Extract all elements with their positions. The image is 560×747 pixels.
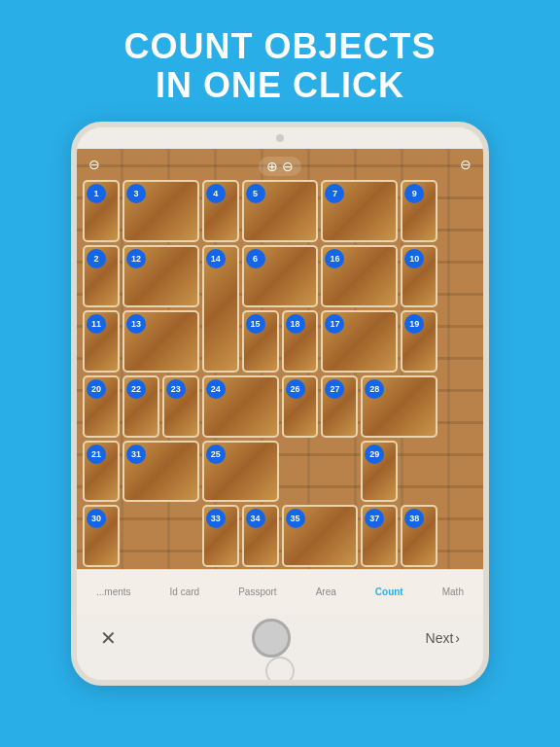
card-17: 17 — [321, 310, 398, 373]
tab-count[interactable]: Count — [369, 583, 409, 601]
card-12: 12 — [122, 245, 199, 307]
tablet-bottom-bar: ✕ Next › — [77, 614, 483, 662]
card-32 — [162, 505, 199, 567]
tablet-camera — [276, 134, 284, 142]
header-line2: IN ONE CLICK — [123, 66, 436, 105]
bottom-tabs: ...ments Id card Passport Area Count Mat… — [77, 569, 483, 614]
zoom-left-control[interactable]: ⊖ — [88, 157, 100, 172]
card-38x — [440, 505, 477, 567]
card-9: 9 — [401, 180, 438, 242]
next-label: Next — [426, 630, 454, 646]
card-22: 22 — [122, 375, 159, 438]
card-38: 38 — [401, 505, 438, 567]
screen: ⊖ ⊕ ⊖ ⊖ 1 3 4 5 7 8 9 2 12 14 6 16 10 11 — [77, 149, 483, 614]
card-18: 18 — [282, 310, 319, 373]
card-10x — [440, 245, 477, 307]
card-25: 25 — [202, 441, 279, 503]
card-11: 11 — [83, 310, 120, 373]
zoom-center-controls[interactable]: ⊕ ⊖ — [259, 157, 301, 176]
tab-passport[interactable]: Passport — [232, 583, 282, 601]
card-15: 15 — [242, 310, 279, 373]
tab-math[interactable]: Math — [437, 583, 470, 601]
card-26b — [282, 441, 319, 503]
home-indicator — [77, 662, 483, 680]
card-4b: 4 — [202, 180, 239, 242]
card-27b — [321, 441, 358, 503]
card-10: 10 — [401, 245, 438, 307]
card-13: 13 — [122, 310, 199, 373]
home-button[interactable] — [265, 657, 295, 686]
card-33: 33 — [202, 505, 239, 567]
card-28x — [440, 375, 477, 438]
card-14: 14 — [202, 245, 239, 373]
zoom-right-control[interactable]: ⊖ — [460, 157, 472, 172]
card-29y — [440, 441, 477, 503]
tablet-frame: ⊖ ⊕ ⊖ ⊖ 1 3 4 5 7 8 9 2 12 14 6 16 10 11 — [71, 122, 489, 686]
card-3-4: 3 — [122, 180, 199, 242]
zoom-minus-icon[interactable]: ⊖ — [282, 159, 294, 174]
next-button[interactable]: Next › — [426, 630, 460, 646]
cards-grid: 1 3 4 5 7 8 9 2 12 14 6 16 10 11 13 15 1… — [81, 178, 479, 569]
card-27: 27 — [321, 375, 358, 438]
card-2: 2 — [83, 245, 120, 307]
card-31b — [122, 505, 159, 567]
tab-idcard[interactable]: Id card — [164, 583, 206, 601]
header-line1: COUNT OBJECTS — [123, 27, 436, 66]
tab-area[interactable]: Area — [310, 583, 342, 601]
card-24: 24 — [202, 375, 279, 438]
card-35: 35 — [282, 505, 359, 567]
tablet-top-bar — [77, 127, 483, 149]
card-26: 26 — [282, 375, 319, 438]
card-10col — [440, 180, 477, 242]
card-29x — [401, 441, 438, 503]
card-29: 29 — [361, 441, 398, 503]
card-31: 31 — [122, 441, 199, 503]
next-chevron-icon: › — [455, 630, 460, 646]
card-7: 7 — [321, 180, 398, 242]
card-30: 30 — [83, 505, 120, 567]
card-28: 28 — [361, 375, 438, 438]
card-6: 6 — [242, 245, 319, 307]
card-19: 19 — [401, 310, 438, 373]
shutter-button[interactable] — [252, 619, 291, 658]
tab-documents[interactable]: ...ments — [90, 583, 137, 601]
close-button[interactable]: ✕ — [100, 626, 117, 650]
card-20: 20 — [83, 375, 120, 438]
card-23: 23 — [162, 375, 199, 438]
header-text: COUNT OBJECTS IN ONE CLICK — [123, 27, 436, 104]
card-5: 5 — [242, 180, 319, 242]
card-21: 21 — [83, 441, 120, 503]
card-16: 16 — [321, 245, 398, 307]
card-37: 37 — [361, 505, 398, 567]
zoom-add-icon[interactable]: ⊕ — [266, 159, 278, 174]
card-1: 1 — [83, 180, 120, 242]
card-34: 34 — [242, 505, 279, 567]
card-19x — [440, 310, 477, 373]
